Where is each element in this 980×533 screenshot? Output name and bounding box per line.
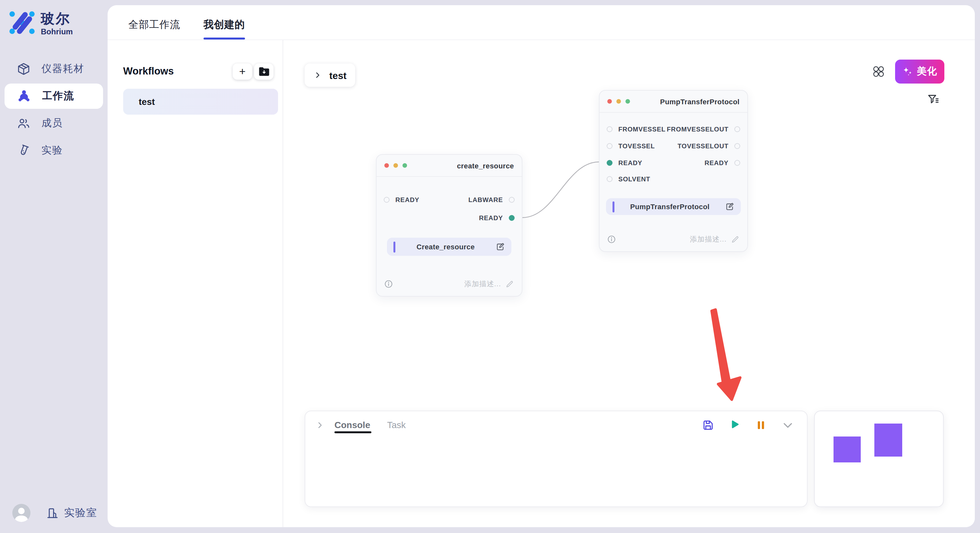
play-icon [729,419,740,431]
save-icon [702,419,714,431]
main-panel: 全部工作流 我创建的 Workflows + [108,5,975,527]
run-button[interactable] [728,418,741,431]
pencil-icon[interactable] [731,235,740,243]
add-workflow-button[interactable]: + [233,63,252,79]
minimap[interactable] [814,411,944,507]
port-label: TOVESSELOUT [678,142,729,149]
port-dot-connected[interactable] [509,215,515,220]
action-label: PumpTransferProtocol [614,203,725,211]
members-icon [17,117,30,130]
console-tab-underline [334,431,371,433]
bohrium-logo-icon [9,10,35,35]
auto-layout-button[interactable] [873,66,884,77]
node-header: PumpTransferProtocol [600,90,747,113]
save-button[interactable] [701,418,714,431]
port-output-fromvesselout[interactable]: FROMVESSELOUT [667,122,740,136]
workflow-list-item-test[interactable]: test [123,89,278,115]
traffic-dot-yellow [616,99,621,104]
node-create-resource[interactable]: create_resource READY LABWARE READY Crea… [376,154,522,297]
traffic-dot-red [607,99,612,104]
canvas-breadcrumb[interactable]: test [305,63,355,87]
sidebar-item-instruments[interactable]: 仪器耗材 [5,56,103,82]
workflow-icon [17,89,31,103]
port-input-fromvessel[interactable]: FROMVESSEL [607,122,666,136]
sidebar-item-experiments[interactable]: 实验 [5,138,103,163]
port-dot[interactable] [607,126,612,132]
pause-button[interactable] [754,418,767,431]
beautify-button[interactable]: 美化 [895,60,944,84]
console-toolbar: Console Task [305,411,807,438]
port-label: TOVESSEL [618,142,655,149]
traffic-dot-yellow [393,163,398,168]
info-icon[interactable] [607,235,616,243]
filter-button[interactable] [928,94,939,106]
info-icon[interactable] [384,279,393,288]
edit-icon[interactable] [496,242,505,251]
workspace-switcher[interactable]: 实验室 [46,506,97,520]
port-dot[interactable] [734,126,740,132]
traffic-dot-green [402,163,407,168]
port-output-ready[interactable]: READY [705,155,740,170]
port-output-ready[interactable]: READY [479,211,515,225]
app-root: 玻尔 Bohrium 仪器耗材 工作流 [0,0,980,533]
traffic-dot-red [384,163,389,168]
pencil-icon[interactable] [506,279,514,288]
port-input-solvent[interactable]: SOLVENT [607,171,651,186]
description-placeholder[interactable]: 添加描述... [690,234,727,244]
port-input-tovessel[interactable]: TOVESSEL [607,139,655,153]
minimap-node-pump-transfer [874,424,902,457]
box-icon [17,62,30,76]
action-label: Create_resource [395,243,496,251]
port-dot[interactable] [607,143,612,149]
sidebar-item-label: 成员 [41,117,63,130]
sidebar: 玻尔 Bohrium 仪器耗材 工作流 [0,0,108,533]
sidebar-item-members[interactable]: 成员 [5,111,103,136]
tab-console[interactable]: Console [334,411,370,438]
edit-icon[interactable] [725,202,734,211]
node-title: create_resource [412,162,514,169]
building-icon [46,506,59,520]
node-title: PumpTransferProtocol [635,97,740,105]
node-header: create_resource [377,155,522,177]
node-footer: 添加描述... [607,233,740,246]
port-dot[interactable] [384,197,390,202]
description-placeholder[interactable]: 添加描述... [465,279,501,289]
brand-name-en: Bohrium [41,28,73,36]
avatar[interactable] [12,504,30,522]
node-action-pill[interactable]: PumpTransferProtocol [606,198,741,215]
beautify-label: 美化 [917,65,937,78]
minimap-node-create-resource [834,436,861,462]
port-output-tovesselout[interactable]: TOVESSELOUT [678,139,740,153]
port-label: READY [395,196,419,203]
port-dot[interactable] [734,143,740,149]
workflow-tabbar: 全部工作流 我创建的 [108,5,975,40]
sidebar-footer: 实验室 [0,502,108,524]
sidebar-nav: 仪器耗材 工作流 成员 [0,54,108,165]
tab-task[interactable]: Task [387,411,406,438]
workflows-panel-title: Workflows [123,65,231,77]
collapse-chevron-right-icon[interactable] [316,420,324,429]
node-action-pill[interactable]: Create_resource [387,238,511,256]
port-output-labware[interactable]: LABWARE [468,192,515,206]
import-folder-button[interactable] [254,63,274,79]
port-dot[interactable] [607,176,612,182]
folder-download-icon [258,67,269,76]
tab-all-workflows[interactable]: 全部工作流 [128,18,180,40]
workflow-canvas[interactable]: test 美化 [283,40,975,527]
sparkles-icon [902,66,913,77]
collapse-panel-button[interactable] [781,418,794,431]
tab-my-created[interactable]: 我创建的 [204,18,245,40]
command-icon [873,66,884,77]
red-arrow [712,309,740,400]
port-dot[interactable] [509,197,515,202]
port-input-ready[interactable]: READY [384,192,419,206]
port-dot-connected[interactable] [607,160,612,165]
sidebar-item-workflows[interactable]: 工作流 [5,84,103,109]
port-input-ready[interactable]: READY [607,155,642,170]
port-dot[interactable] [734,160,740,165]
chevron-right-icon [314,71,321,79]
chevron-down-icon [781,419,794,431]
console-panel: Console Task [305,411,808,507]
node-pump-transfer-protocol[interactable]: PumpTransferProtocol FROMVESSEL TOVESSEL… [599,90,748,252]
port-label: READY [479,214,503,221]
